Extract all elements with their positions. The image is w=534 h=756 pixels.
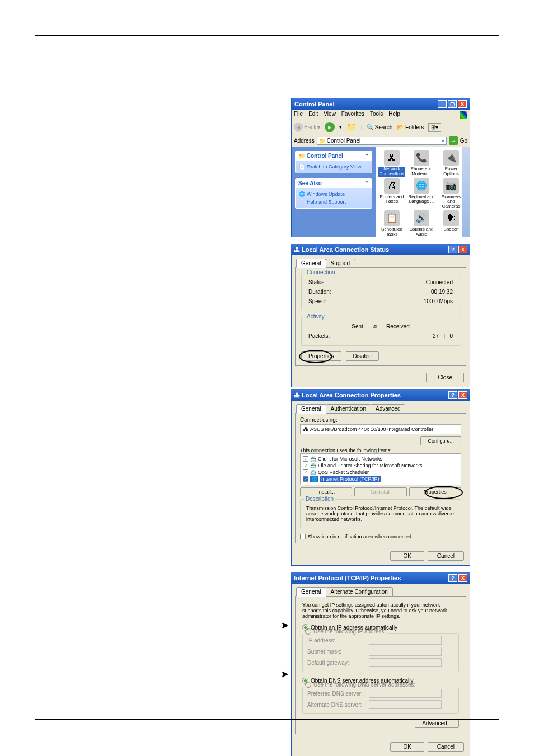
- pointer-arrow-icon: [281, 669, 288, 679]
- tab-alt-config[interactable]: Alternate Configuration: [326, 587, 393, 597]
- connect-using-label: Connect using:: [300, 417, 461, 423]
- list-item-tcpip[interactable]: Internet Protocol (TCP/IP): [320, 476, 381, 482]
- window-title: Control Panel: [294, 101, 335, 107]
- tcpip-title: Internet Protocol (TCP/IP) Properties: [294, 575, 401, 581]
- address-label: Address: [294, 138, 315, 144]
- sounds-audio-icon[interactable]: 🔊Sounds and Audio Devices: [408, 210, 435, 237]
- packets-label: Packets:: [308, 333, 330, 339]
- connection-group-label: Connection: [305, 269, 337, 275]
- properties-button[interactable]: Properties: [301, 351, 341, 361]
- close-button[interactable]: X: [458, 246, 467, 253]
- sent-value: 27: [433, 333, 439, 339]
- ip-address-label: IP address:: [307, 637, 369, 644]
- received-value: 0: [449, 333, 453, 339]
- install-button[interactable]: Install...: [300, 487, 352, 496]
- use-dns-radio[interactable]: Use the following DNS server addresses:: [303, 682, 418, 688]
- folders-button[interactable]: 📂 Folders: [397, 124, 424, 130]
- ok-button[interactable]: OK: [390, 742, 424, 752]
- ip-address-field: [369, 636, 442, 645]
- close-button[interactable]: X: [458, 574, 467, 582]
- menu-edit[interactable]: Edit: [308, 111, 318, 119]
- maximize-button[interactable]: ▢: [448, 100, 457, 108]
- go-button[interactable]: →: [449, 136, 458, 145]
- pref-dns-label: Preferred DNS server:: [307, 691, 369, 697]
- subnet-label: Subnet mask:: [307, 649, 369, 655]
- minimize-button[interactable]: _: [438, 100, 447, 108]
- activity-group-label: Activity: [305, 313, 326, 320]
- help-button[interactable]: ?: [448, 391, 457, 399]
- status-label: Status:: [308, 279, 326, 285]
- scheduled-tasks-icon[interactable]: 📋Scheduled Tasks: [378, 210, 405, 237]
- help-button[interactable]: ?: [448, 574, 457, 582]
- control-panel-window: Control Panel _ ▢ X File Edit View Favor…: [291, 98, 470, 237]
- configure-button[interactable]: Configure...: [420, 436, 461, 445]
- leftpane-control-panel: 📁 Control Panel⌃ 📄Switch to Category Vie…: [295, 151, 372, 173]
- properties-button[interactable]: Properties: [409, 487, 461, 496]
- scanners-cameras-icon[interactable]: 📷Scanners and Cameras: [438, 178, 465, 209]
- forward-button[interactable]: ►: [325, 122, 335, 132]
- close-button[interactable]: X: [458, 391, 467, 399]
- windows-logo-icon: [460, 111, 467, 119]
- tab-general[interactable]: General: [296, 259, 326, 268]
- disable-button[interactable]: Disable: [346, 351, 379, 361]
- toolbar: ◄Back ▾ ► ▾ 📁 | 🔍 Search 📂 Folders ⊞▾: [292, 120, 470, 134]
- menu-help[interactable]: Help: [388, 111, 400, 119]
- cancel-button[interactable]: Cancel: [428, 551, 464, 561]
- control-panel-body: 📁 Control Panel⌃ 📄Switch to Category Vie…: [292, 147, 470, 237]
- power-options-icon[interactable]: 🔌Power Options: [438, 150, 465, 177]
- seealso-title: See Also: [298, 180, 322, 186]
- alt-dns-label: Alternate DNS server:: [307, 702, 369, 708]
- ok-button[interactable]: OK: [390, 551, 424, 561]
- menu-favorites[interactable]: Favorites: [341, 111, 364, 119]
- close-button[interactable]: Close: [426, 373, 464, 382]
- show-icon-checkbox[interactable]: [300, 534, 306, 539]
- help-support-link[interactable]: ❔Help and Support: [299, 198, 368, 206]
- tab-authentication[interactable]: Authentication: [326, 404, 371, 414]
- speech-icon[interactable]: 🗣Speech: [438, 210, 465, 237]
- help-button[interactable]: ?: [448, 246, 457, 253]
- menu-file[interactable]: File: [294, 111, 303, 119]
- tcpip-properties-window: Internet Protocol (TCP/IP) Properties ?X…: [291, 572, 470, 756]
- phone-modem-icon[interactable]: 📞Phone and Modem ...: [408, 150, 435, 177]
- received-label: Received: [386, 323, 410, 330]
- sent-label: Sent: [352, 323, 363, 330]
- regional-language-icon[interactable]: 🌐Regional and Language ...: [408, 178, 435, 209]
- back-button: ◄Back ▾: [294, 123, 320, 132]
- tab-general[interactable]: General: [296, 404, 326, 414]
- printers-faxes-icon[interactable]: 🖨Printers and Faxes: [378, 178, 405, 209]
- collapse-icon[interactable]: ⌃: [364, 153, 369, 159]
- leftpane-title: Control Panel: [307, 153, 343, 159]
- menu-view[interactable]: View: [324, 111, 336, 119]
- views-button[interactable]: ⊞▾: [428, 123, 441, 132]
- up-icon[interactable]: 📁: [346, 123, 356, 132]
- lan-props-title: Local Area Connection Properties: [302, 392, 401, 398]
- speed-value: 100.0 Mbps: [424, 298, 453, 304]
- tab-support[interactable]: Support: [326, 259, 355, 268]
- advanced-button[interactable]: Advanced...: [415, 719, 459, 728]
- page-header-rule: [35, 34, 499, 36]
- gateway-label: Default gateway:: [307, 660, 369, 666]
- menu-tools[interactable]: Tools: [370, 111, 383, 119]
- intro-text: You can get IP settings assigned automat…: [302, 602, 459, 619]
- page-footer-rule: [35, 719, 499, 720]
- address-field[interactable]: 📁Control Panel▾: [317, 137, 447, 145]
- windows-update-link[interactable]: 🌐Windows Update: [299, 190, 368, 198]
- cancel-button[interactable]: Cancel: [428, 742, 464, 752]
- search-button[interactable]: 🔍 Search: [367, 124, 392, 130]
- list-item[interactable]: QoS Packet Scheduler: [318, 469, 369, 475]
- leftpane-see-also: See Also⌃ 🌐Windows Update ❔Help and Supp…: [295, 178, 372, 209]
- switch-category-view[interactable]: 📄Switch to Category View: [299, 163, 368, 171]
- pointer-arrow-icon: [281, 620, 288, 631]
- uninstall-button[interactable]: Uninstall: [354, 487, 406, 496]
- duration-label: Duration:: [308, 289, 331, 295]
- tab-general[interactable]: General: [296, 587, 326, 597]
- lan-properties-window: 🖧 Local Area Connection Properties ?X Ge…: [291, 389, 470, 566]
- use-ip-radio[interactable]: Use the following IP address:: [303, 628, 388, 635]
- list-item[interactable]: File and Printer Sharing for Microsoft N…: [318, 463, 423, 468]
- list-item[interactable]: Client for Microsoft Networks: [318, 456, 382, 462]
- components-list[interactable]: ✓📇Client for Microsoft Networks ✓📇File a…: [300, 453, 461, 485]
- collapse-icon[interactable]: ⌃: [364, 180, 369, 186]
- network-connections-icon[interactable]: 🖧Network Connections: [378, 150, 405, 177]
- tab-advanced[interactable]: Advanced: [371, 404, 405, 414]
- close-button[interactable]: X: [458, 100, 467, 108]
